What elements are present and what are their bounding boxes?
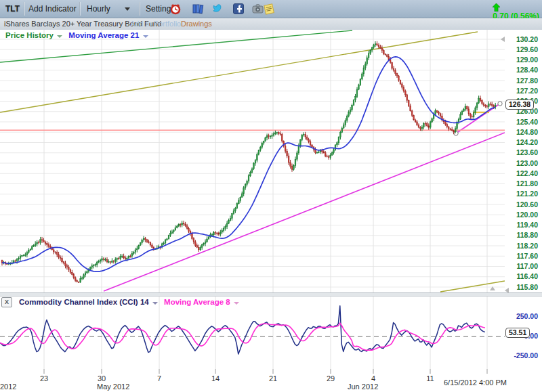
notes-icon[interactable] [263,3,275,15]
price-axis-label: 117.60 [504,252,542,260]
alarm-icon[interactable] [169,3,182,15]
date-tick-label: 30 [88,374,115,383]
cci-value-box: 53.51 [505,328,530,338]
price-axis-label: 121.80 [504,179,542,188]
resize-up-arrow[interactable] [490,286,495,290]
cci-axis-label: 250.00 [501,312,542,320]
cci-axis-label: -250.00 [501,351,542,360]
toolbar-divider [79,2,81,16]
time-axis: 233071421294112012May 2012Jun 2012 6/15/… [0,369,542,392]
price-axis-label: 124.20 [504,138,542,146]
date-tick-label: 23 [30,374,58,383]
price-axis-label: 120.60 [504,200,542,209]
price-axis-label: 121.20 [504,190,542,198]
price-axis-label: 117.00 [504,262,542,270]
month-label: Jun 2012 [348,383,378,391]
price-chart-pane[interactable]: Price History Moving Average 21 130.2012… [0,30,542,292]
drawings-menu[interactable]: Drawings [181,20,212,28]
date-tick-label: 4 [360,374,387,383]
cci-dropdown[interactable]: Commodity Channel Index (CCI) 14 [19,298,158,306]
month-label: 2012 [0,383,16,391]
library-icon[interactable] [192,3,204,15]
main-toolbar: TLT Add Indicator Hourly Settings 0.70 (… [0,0,542,18]
symbol-label: TLT [5,4,20,14]
time-axis-ticks [0,369,542,374]
date-tick-label: 29 [317,374,344,383]
candles [1,41,496,283]
cci-chart-canvas[interactable] [0,297,505,369]
scroll-left-arrow[interactable] [501,37,505,42]
last-bar-timestamp: 6/15/2012 4:00 PM [444,378,507,387]
mid-channel-olive [0,32,478,112]
cci-line [0,306,485,354]
date-tick-label: 14 [202,374,229,383]
close-icon[interactable]: X [1,297,12,307]
price-axis-label: 124.80 [504,128,542,136]
price-axis-label: 122.40 [504,169,542,177]
lower-channel-magenta [104,133,505,291]
ma21-line [2,57,495,271]
toolbar-divider [24,2,25,16]
cci-pane-header: Commodity Channel Index (CCI) 14 Moving … [19,298,243,306]
date-tick-label: 11 [417,374,444,383]
price-axis-label: 120.00 [504,211,542,219]
toolbar-divider [139,2,140,16]
price-axis-label: 130.20 [504,35,542,43]
price-axis-label: 115.80 [504,283,542,291]
add-to-portfolio-link[interactable]: Add to Portfolio [130,20,181,28]
price-pane-header: Price History Moving Average 21 [5,31,152,39]
ma21-dropdown[interactable]: Moving Average 21 [68,31,148,39]
price-history-dropdown[interactable]: Price History [5,31,62,39]
price-axis-label: 127.20 [504,87,542,95]
facebook-icon[interactable] [232,3,245,15]
ma8-dropdown[interactable]: Moving Average 8 [164,298,239,306]
date-tick-label: 7 [146,374,173,383]
cci-ma8-line [0,323,485,350]
price-axis-label: 129.00 [504,56,542,64]
month-label: May 2012 [97,383,129,391]
chevron-down-icon[interactable] [125,7,130,11]
price-axis-label: 129.60 [504,45,542,53]
price-axis-label: 116.40 [504,272,542,280]
symbol-info-bar: iShares Barclays 20+ Year Treasury Bond … [0,18,542,30]
chart-application: { "toolbar": { "symbol": "TLT", "add_ind… [0,0,542,392]
price-axis-label: 123.60 [504,148,542,156]
date-tick-label: 21 [259,374,287,383]
cci-indicator-pane[interactable]: X Commodity Channel Index (CCI) 14 Movin… [0,297,542,369]
last-price-box: 126.38 [505,100,534,110]
price-axis-label: 118.20 [504,242,542,250]
add-indicator-button[interactable]: Add Indicator [28,4,77,14]
timeframe-dropdown[interactable]: Hourly [87,4,110,14]
price-chart-canvas[interactable] [0,30,505,292]
scroll-right-arrow[interactable] [505,288,509,293]
twitter-icon[interactable] [212,3,224,15]
price-axis-label: 128.40 [504,66,542,74]
price-axis-label: 123.00 [504,159,542,167]
up-arrow-icon [493,3,500,12]
price-axis-label: 118.80 [504,231,542,239]
price-axis-label: 127.80 [504,77,542,85]
price-axis-label: 119.40 [504,221,542,229]
price-axis-label: 125.40 [504,118,542,126]
